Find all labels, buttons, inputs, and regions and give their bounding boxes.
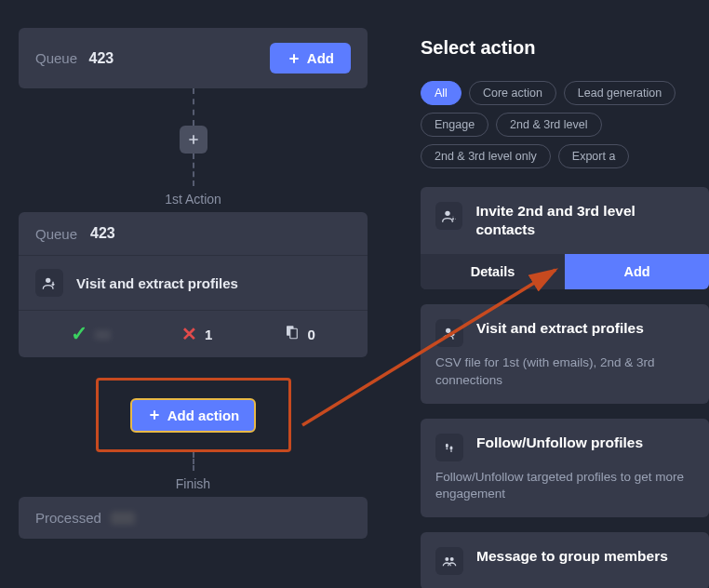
stat-success-value: 00 — [95, 327, 111, 342]
stat-docs-value: 0 — [308, 327, 315, 342]
plus-icon — [186, 132, 201, 147]
filter-pill-2nd3rd-only[interactable]: 2nd & 3rd level only — [421, 144, 551, 168]
connector — [193, 452, 194, 471]
details-button[interactable]: Details — [421, 254, 565, 289]
connector — [193, 154, 194, 186]
svg-point-10 — [450, 450, 452, 452]
action-item-message-group[interactable]: Message to group members — [421, 532, 709, 588]
stat-fail: ✕ 1 — [181, 323, 212, 345]
queue-label: Queue — [35, 226, 77, 242]
queue-count: 423 — [89, 50, 114, 66]
filter-pill-export[interactable]: Export a — [558, 144, 630, 168]
action-item-follow[interactable]: Follow/Unfollow profiles Follow/Unfollow… — [421, 419, 709, 517]
footsteps-icon — [435, 434, 463, 461]
user-download-icon — [435, 319, 463, 347]
action-item-invite: Invite 2nd and 3rd level contacts Detail… — [421, 187, 709, 289]
filter-pills: All Core action Lead generation Engage 2… — [421, 81, 709, 168]
svg-point-7 — [446, 444, 448, 448]
user-plus-icon — [435, 202, 462, 230]
svg-point-0 — [46, 278, 50, 283]
stat-fail-value: 1 — [205, 327, 212, 342]
queue-label: Queue — [35, 50, 77, 66]
x-icon: ✕ — [181, 323, 197, 345]
select-action-title: Select action — [421, 37, 709, 59]
add-button[interactable]: Add — [565, 254, 709, 289]
plus-icon — [147, 408, 162, 422]
stat-success: ✓ 00 — [71, 322, 111, 346]
add-action-button[interactable]: Add action — [130, 398, 257, 433]
filter-pill-core[interactable]: Core action — [469, 81, 556, 105]
svg-point-4 — [445, 211, 449, 216]
action-item-desc: Follow/Unfollow targeted profiles to get… — [435, 469, 694, 502]
processed-value-hidden — [111, 512, 135, 525]
user-download-icon — [35, 269, 63, 297]
queue-card-top: Queue 423 Add — [19, 28, 368, 88]
add-node-button[interactable] — [180, 126, 207, 154]
svg-point-11 — [445, 557, 448, 561]
action-item-title: Invite 2nd and 3rd level contacts — [475, 202, 694, 239]
svg-point-5 — [452, 218, 454, 220]
filter-pill-lead[interactable]: Lead generation — [564, 81, 676, 105]
action-item-title: Message to group members — [476, 547, 668, 566]
add-button-label: Add — [307, 50, 334, 66]
processed-card: Processed — [19, 497, 368, 539]
plus-icon — [287, 51, 301, 66]
svg-rect-2 — [289, 328, 297, 339]
action-item-title: Follow/Unfollow profiles — [476, 434, 643, 452]
filter-pill-2nd3rd[interactable]: 2nd & 3rd level — [496, 113, 601, 137]
first-action-label: 1st Action — [19, 192, 368, 207]
svg-point-8 — [446, 448, 448, 449]
svg-point-9 — [450, 446, 453, 449]
group-icon — [435, 547, 463, 575]
files-icon — [284, 324, 301, 345]
svg-point-12 — [450, 557, 454, 561]
add-action-label: Add action — [167, 408, 240, 423]
action-item-title: Visit and extract profiles — [476, 319, 644, 338]
svg-point-6 — [446, 328, 450, 333]
action-card: Queue 423 Visit and extract profiles ✓ 0… — [19, 212, 368, 357]
connector — [193, 88, 194, 126]
action-item-desc: CSV file for 1st (with emails), 2nd & 3r… — [435, 354, 694, 388]
action-title: Visit and extract profiles — [76, 275, 238, 291]
filter-pill-all[interactable]: All — [421, 81, 462, 105]
add-button[interactable]: Add — [270, 43, 351, 74]
check-icon: ✓ — [71, 322, 87, 346]
queue-count: 423 — [90, 225, 115, 242]
add-action-highlight: Add action — [96, 378, 291, 452]
finish-label: Finish — [19, 476, 368, 491]
action-item-visit[interactable]: Visit and extract profiles CSV file for … — [421, 304, 709, 403]
processed-label: Processed — [35, 510, 101, 526]
filter-pill-engage[interactable]: Engage — [421, 113, 488, 137]
stat-docs: 0 — [284, 324, 315, 345]
